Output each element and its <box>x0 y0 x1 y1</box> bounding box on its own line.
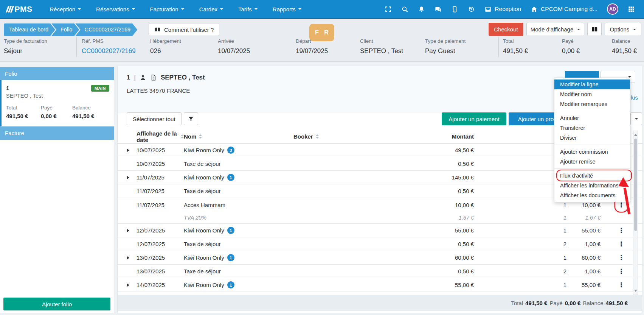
chevron-down-icon <box>254 8 258 10</box>
column-header-name[interactable]: Nom <box>184 133 293 140</box>
amount-cell: 10,00 € <box>369 202 474 208</box>
columns-icon <box>591 26 598 33</box>
expand-arrow-icon[interactable] <box>127 229 129 232</box>
logo-bars-icon <box>6 6 14 12</box>
column-header-date[interactable]: Affichage de la date <box>137 130 184 143</box>
menu-item-diviser[interactable]: Diviser <box>554 133 630 143</box>
mobile-device-icon[interactable] <box>451 6 458 13</box>
amount-cell: 0,50 € <box>369 161 474 167</box>
guest-person-icon[interactable] <box>140 74 146 81</box>
history-icon[interactable] <box>468 6 475 13</box>
expand-arrow-icon[interactable] <box>127 148 129 152</box>
scrollbar-thumb[interactable] <box>634 139 637 231</box>
menu-item-afficher-les-informations[interactable]: Afficher les informations <box>554 181 630 190</box>
line-total-cell: 55,00 € <box>566 227 601 234</box>
field-billing-type: Type de facturation Séjour <box>4 38 47 55</box>
scroll-down-arrow-icon[interactable] <box>634 290 637 292</box>
table-row[interactable]: 13/07/2025Kiwi Room Only160,00 €160,00 €… <box>118 251 642 265</box>
filter-button[interactable] <box>184 112 198 125</box>
menu-tarifs[interactable]: Tarifs <box>238 6 258 12</box>
menu-item-transf-rer[interactable]: Transférer <box>554 123 630 133</box>
breadcrumb-folio[interactable]: Folio <box>51 23 79 36</box>
menu-reservations[interactable]: Réservations <box>96 6 135 12</box>
table-row[interactable]: 12/07/2025Kiwi Room Only155,00 €155,00 €… <box>118 224 642 237</box>
breadcrumb-dashboard[interactable]: Tableau de bord <box>4 23 55 36</box>
reception-shortcut[interactable]: Reception <box>484 6 521 13</box>
reception-label: Reception <box>495 6 521 12</box>
name-cell: Taxe de séjour <box>184 268 293 274</box>
expand-cell <box>127 256 137 260</box>
sort-icon[interactable] <box>199 134 202 139</box>
menu-item-annuler[interactable]: Annuler <box>554 113 630 123</box>
scroll-up-arrow-icon[interactable] <box>634 134 637 136</box>
column-header-booker[interactable]: Booker <box>293 133 369 140</box>
menu-rapports[interactable]: Rapports <box>273 6 301 12</box>
add-folio-button[interactable]: Ajouter folio <box>3 298 110 310</box>
sort-icon[interactable] <box>316 134 319 139</box>
kebab-menu-icon[interactable]: ⋮ <box>615 224 627 237</box>
table-row[interactable]: 12/07/2025Taxe de séjour0,50 €21,00 €⋮ <box>118 237 642 251</box>
menu-facturation[interactable]: Facturation <box>150 6 184 12</box>
sort-icon[interactable] <box>181 134 184 139</box>
guest-address: LATTES 34970 FRANCE <box>127 87 190 94</box>
user-avatar[interactable]: AD <box>607 3 618 15</box>
notifications-bell-icon[interactable] <box>418 6 425 13</box>
menu-item-modifier-remarques[interactable]: Modifier remarques <box>554 99 630 109</box>
product-name: Taxe de séjour <box>184 188 221 194</box>
table-scrollbar[interactable] <box>633 131 638 295</box>
how-to-use-button[interactable]: Comment l'utiliser ? <box>149 23 219 36</box>
product-name: Kiwi Room Only <box>184 174 224 181</box>
chat-icon[interactable] <box>435 6 442 13</box>
menu-item-ajouter-remise[interactable]: Ajouter remise <box>554 157 630 167</box>
kebab-menu-icon[interactable]: ⋮ <box>615 278 627 292</box>
line-total-cell: 10,00 € <box>566 202 601 208</box>
property-selector[interactable]: CPCOM Camping d... <box>531 6 597 13</box>
table-row[interactable]: 14/07/2025Kiwi Room Only155,00 €155,00 €… <box>118 278 642 292</box>
add-product-dropdown-toggle[interactable] <box>630 112 642 125</box>
folio-list-item[interactable]: 1 MAIN SEPTEO , Test Total 491,50 € Payé… <box>0 80 114 126</box>
apps-grid-icon[interactable] <box>628 6 635 13</box>
pms-logo[interactable]: PMS <box>7 5 33 14</box>
menu-item-modifier-la-ligne[interactable]: Modifier la ligne <box>554 80 630 89</box>
options-button[interactable]: Options <box>605 23 641 36</box>
kebab-menu-icon[interactable]: ⋮ <box>615 237 627 251</box>
field-total: Total 491,50 € <box>503 38 528 55</box>
menu-divider <box>554 168 630 169</box>
display-mode-button[interactable]: Mode d'affichage <box>526 23 584 36</box>
breadcrumb-reference[interactable]: CC00002027/2169 <box>75 23 137 36</box>
count-badge: 1 <box>227 254 234 261</box>
breadcrumb: Tableau de bord Folio CC00002027/2169 <box>4 23 137 36</box>
kebab-menu-icon[interactable]: ⋮ <box>615 265 627 278</box>
expand-arrow-icon[interactable] <box>127 176 129 179</box>
menu-item-flux-d-activit[interactable]: Flux d'activité <box>554 171 630 181</box>
tax-detail-total: 1,67 € <box>566 215 601 221</box>
property-label: CPCOM Camping d... <box>541 6 597 12</box>
expand-arrow-icon[interactable] <box>127 256 129 260</box>
menu-item-modifier-nom[interactable]: Modifier nom <box>554 89 630 99</box>
pms-reference-link[interactable]: CC00002027/2169 <box>82 47 136 55</box>
add-payment-button[interactable]: Ajouter un paiement <box>442 112 506 125</box>
select-all-button[interactable]: Sélectionner tout <box>127 112 182 125</box>
chevron-down-icon <box>635 118 638 120</box>
fullscreen-icon[interactable] <box>385 6 392 13</box>
quantity-cell: 2 <box>474 241 566 247</box>
expand-arrow-icon[interactable] <box>127 283 129 287</box>
table-row[interactable]: 13/07/2025Taxe de séjour0,50 €21,00 €⋮ <box>118 265 642 278</box>
menu-item-ajouter-commission[interactable]: Ajouter commission <box>554 147 630 157</box>
name-cell: Kiwi Room Only1 <box>184 174 293 181</box>
quantity-cell: 1 <box>474 227 566 234</box>
name-cell: Kiwi Room Only3 <box>184 147 293 154</box>
column-header-amount[interactable]: Montant <box>369 133 474 140</box>
search-icon[interactable] <box>401 6 408 13</box>
kebab-menu-icon[interactable]: ⋮ <box>615 251 627 265</box>
book-icon <box>154 27 161 33</box>
menu-reception[interactable]: Réception <box>50 6 81 12</box>
menu-cardex[interactable]: Cardex <box>199 6 223 12</box>
guest-document-icon[interactable] <box>150 74 157 81</box>
menu-item-afficher-les-documents[interactable]: Afficher les documents <box>554 190 630 200</box>
field-accommodation: Hébergement 026 <box>150 38 181 55</box>
amount-cell: 0,50 € <box>369 241 474 247</box>
checkout-button[interactable]: Checkout <box>489 23 523 36</box>
column-layout-button[interactable] <box>587 23 602 36</box>
product-name: Taxe de séjour <box>184 268 221 274</box>
